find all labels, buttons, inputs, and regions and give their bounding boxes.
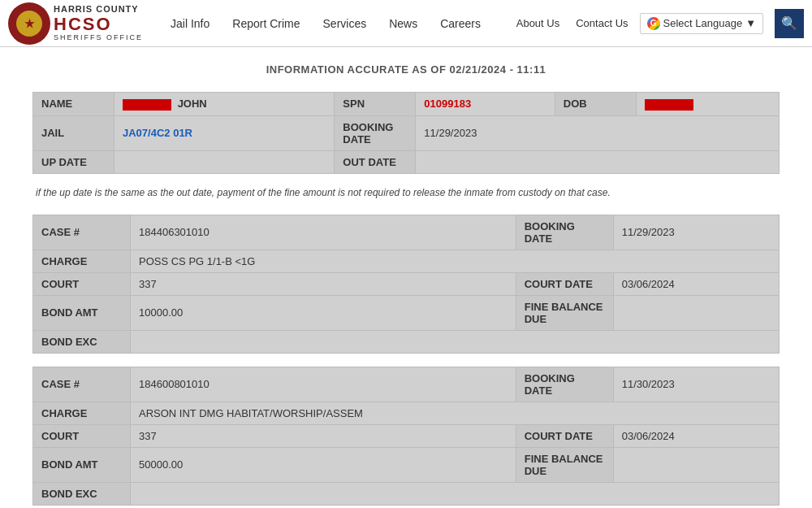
select-language-dropdown[interactable]: G Select Language ▼: [640, 13, 763, 34]
case2-charge-row: CHARGE ARSON INT DMG HABITAT/WORSHIP/ASS…: [33, 402, 780, 424]
case2-court-row: COURT 337 COURT DATE 03/06/2024: [33, 424, 780, 447]
case1-bond-exc-label: BOND EXC: [33, 330, 131, 353]
inmate-name-row: NAME JOHN SPN 01099183 DOB: [33, 93, 780, 116]
logo-circle: ★: [8, 2, 50, 45]
case1-bond-row: BOND AMT 10000.00 FINE BALANCE DUE: [33, 295, 780, 330]
nav-careers[interactable]: Careers: [429, 0, 492, 47]
nav-about-us[interactable]: About Us: [512, 17, 564, 29]
search-icon: 🔍: [781, 15, 797, 31]
jail-value: JA07/4C2 01R: [123, 127, 192, 139]
case1-fine-balance-value: [613, 295, 779, 330]
main-content: INFORMATION ACCURATE AS OF 02/21/2024 - …: [0, 47, 812, 508]
case2-num-value: 184600801010: [131, 367, 516, 402]
case1-court-row: COURT 337 COURT DATE 03/06/2024: [33, 272, 780, 295]
name-redacted: [123, 99, 171, 111]
case1-booking-value: 11/29/2023: [613, 215, 779, 250]
case2-bond-exc-value: [131, 482, 780, 505]
case2-bond-amt-label: BOND AMT: [33, 447, 131, 482]
case2-fine-balance-value: [613, 447, 779, 482]
case1-bond-exc-row: BOND EXC: [33, 330, 780, 353]
inmate-dates-row: UP DATE OUT DATE: [33, 150, 780, 173]
spn-label: SPN: [335, 93, 416, 116]
info-date: INFORMATION ACCURATE AS OF 02/21/2024 - …: [32, 63, 780, 76]
case2-num-label: CASE #: [33, 367, 131, 402]
logo-emblem: ★: [16, 11, 42, 37]
case2-court-date-label: COURT DATE: [516, 424, 613, 447]
case1-bond-amt-label: BOND AMT: [33, 295, 131, 330]
case2-charge-label: CHARGE: [33, 402, 131, 424]
nav-jail-info[interactable]: Jail Info: [159, 0, 221, 47]
dob-value-cell: [636, 93, 779, 116]
case1-charge-row: CHARGE POSS CS PG 1/1-B <1G: [33, 250, 780, 272]
name-label: NAME: [33, 93, 114, 116]
logo-sub-text: SHERIFFS OFFICE: [54, 34, 143, 42]
case2-num-row: CASE # 184600801010 BOOKING DATE 11/30/2…: [33, 367, 780, 402]
case2-booking-label: BOOKING DATE: [516, 367, 613, 402]
case1-charge-value: POSS CS PG 1/1-B <1G: [131, 250, 780, 272]
case1-num-label: CASE #: [33, 215, 131, 250]
nav-right: About Us Contact Us G Select Language ▼ …: [512, 9, 804, 38]
case2-bond-amt-value: 50000.00: [131, 447, 516, 482]
case2-bond-row: BOND AMT 50000.00 FINE BALANCE DUE: [33, 447, 780, 482]
case1-charge-label: CHARGE: [33, 250, 131, 272]
case2-booking-value: 11/30/2023: [613, 367, 779, 402]
case2-court-date-value: 03/06/2024: [613, 424, 779, 447]
case-table-2: CASE # 184600801010 BOOKING DATE 11/30/2…: [32, 367, 780, 506]
spn-value-cell: 01099183: [416, 93, 555, 116]
logo-main-text: HCSO: [54, 15, 143, 34]
out-date-label: OUT DATE: [335, 150, 416, 173]
logo-text: HARRIS COUNTY HCSO SHERIFFS OFFICE: [54, 4, 143, 41]
case1-fine-balance-label: FINE BALANCE DUE: [516, 295, 613, 330]
nav-contact-us[interactable]: Contact Us: [571, 17, 633, 29]
logo-top-text: HARRIS COUNTY: [54, 4, 143, 14]
case1-court-date-label: COURT DATE: [516, 272, 613, 295]
case2-court-label: COURT: [33, 424, 131, 447]
case1-num-row: CASE # 184406301010 BOOKING DATE 11/29/2…: [33, 215, 780, 250]
navbar: ★ HARRIS COUNTY HCSO SHERIFFS OFFICE Jai…: [0, 0, 812, 47]
inmate-info-table: NAME JOHN SPN 01099183 DOB JAIL JA07/4C2…: [32, 92, 780, 174]
case1-court-date-value: 03/06/2024: [613, 272, 779, 295]
case1-num-value: 184406301010: [131, 215, 516, 250]
name-value-cell: JOHN: [114, 93, 335, 116]
logo: ★ HARRIS COUNTY HCSO SHERIFFS OFFICE: [8, 2, 143, 45]
select-language-label: Select Language: [663, 17, 743, 29]
booking-date-value: 11/29/2023: [416, 115, 780, 150]
custody-note: if the up date is the same as the out da…: [32, 187, 780, 198]
case1-bond-amt-value: 10000.00: [131, 295, 516, 330]
nav-news[interactable]: News: [378, 0, 429, 47]
case1-court-label: COURT: [33, 272, 131, 295]
up-date-label: UP DATE: [33, 150, 114, 173]
jail-value-cell: JA07/4C2 01R: [114, 115, 335, 150]
case1-bond-exc-value: [131, 330, 780, 353]
search-button[interactable]: 🔍: [775, 9, 804, 38]
case-table-1: CASE # 184406301010 BOOKING DATE 11/29/2…: [32, 215, 780, 354]
case2-fine-balance-label: FINE BALANCE DUE: [516, 447, 613, 482]
name-value: JOHN: [178, 98, 207, 110]
spn-value: 01099183: [424, 98, 471, 110]
booking-date-label: BOOKING DATE: [335, 115, 416, 150]
case2-court-value: 337: [131, 424, 516, 447]
case2-bond-exc-row: BOND EXC: [33, 482, 780, 505]
inmate-jail-row: JAIL JA07/4C2 01R BOOKING DATE 11/29/202…: [33, 115, 780, 150]
jail-label: JAIL: [33, 115, 114, 150]
case1-booking-label: BOOKING DATE: [516, 215, 613, 250]
nav-report-crime[interactable]: Report Crime: [221, 0, 311, 47]
dob-label: DOB: [555, 93, 636, 116]
case2-bond-exc-label: BOND EXC: [33, 482, 131, 505]
chevron-down-icon: ▼: [745, 17, 756, 29]
out-date-value: [416, 150, 780, 173]
nav-links: Jail Info Report Crime Services News Car…: [159, 0, 512, 47]
google-translate-icon: G: [647, 17, 660, 30]
nav-services[interactable]: Services: [312, 0, 378, 47]
case1-court-value: 337: [131, 272, 516, 295]
dob-redacted: [645, 99, 693, 111]
up-date-value: [114, 150, 335, 173]
case2-charge-value: ARSON INT DMG HABITAT/WORSHIP/ASSEM: [131, 402, 780, 424]
